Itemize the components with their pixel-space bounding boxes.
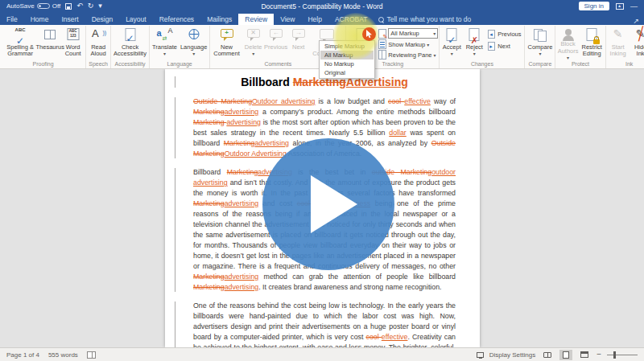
previous-button: ←Previous [265, 26, 287, 60]
next-button: →Next [287, 26, 310, 60]
proofing-status-icon[interactable] [87, 351, 96, 359]
next-change-button[interactable]: Next [485, 41, 523, 51]
zoom-slider[interactable] [607, 355, 638, 355]
tab-design[interactable]: Design [85, 14, 119, 25]
search-icon [378, 17, 384, 23]
group-label-ink: Ink [607, 60, 644, 68]
ribbon-group-protect: Block Authors▾Restrict EditingProtect [555, 26, 605, 68]
tab-home[interactable]: Home [24, 14, 56, 25]
paragraph: One of the reasons behind the cost being… [193, 301, 456, 347]
accept-icon: ✓ [442, 27, 461, 43]
undo-icon[interactable]: ↶ [76, 2, 83, 10]
print-layout-button[interactable] [559, 350, 572, 360]
autosave-label: AutoSave [6, 2, 35, 10]
deleted-text-run: Marketing [193, 273, 225, 281]
ribbon-group-compare: Compare▾Compare [525, 26, 555, 68]
web-layout-button[interactable] [578, 350, 591, 360]
zoom-slider-thumb[interactable] [613, 351, 616, 359]
minimize-button[interactable]: — [630, 2, 638, 10]
group-label-proofing: Proofing [2, 60, 85, 68]
tab-help[interactable]: Help [301, 14, 328, 25]
previous-icon [488, 30, 495, 39]
word-count-icon: ABC123 [64, 27, 83, 43]
display-settings-label[interactable]: Display Settings [489, 351, 535, 359]
previous-change-button[interactable]: Previous [485, 29, 523, 39]
spelling-grammar-button[interactable]: ABC✓Spelling & Grammar [2, 26, 39, 60]
inserted-text-run: advertising [225, 108, 259, 116]
sign-in-button[interactable]: Sign in [579, 2, 609, 10]
deleted-text-run: Marketing [193, 283, 225, 291]
video-play-button[interactable] [262, 138, 394, 270]
reject-button[interactable]: ✗Reject▾ [463, 26, 485, 60]
group-label-accessibility: Accessibility [112, 60, 148, 68]
thesaurus-icon [40, 27, 60, 43]
hide-ink-button[interactable]: ✎╱Hide Ink [630, 26, 644, 60]
redo-icon[interactable]: ↻ [88, 2, 94, 10]
check-accessibility-icon: ✓ [121, 27, 140, 43]
delete-button: ✕Delete▾ [242, 26, 265, 60]
new-comment-icon: + [217, 27, 237, 43]
menu-item-no-markup[interactable]: No Markup [320, 59, 374, 68]
deleted-text-run: cool [366, 333, 382, 341]
text-run: Billboard [193, 168, 227, 176]
inserted-text-run: dollar [389, 129, 407, 137]
reviewing-pane-button[interactable]: Reviewing Pane▾ [378, 50, 438, 59]
thesaurus-button[interactable]: Thesaurus [39, 26, 61, 60]
display-for-review-dropdown[interactable]: All Markup▾ [388, 28, 438, 39]
inserted-text-run: advertising [225, 199, 259, 207]
share-icon[interactable]: ↗ [633, 17, 639, 25]
new-comment-button[interactable]: +New Comment [211, 26, 242, 60]
restrict-editing-button[interactable]: Restrict Editing [580, 26, 605, 60]
save-icon[interactable] [65, 3, 72, 10]
page-indicator[interactable]: Page 1 of 4 [6, 351, 39, 359]
block-authors-button: Block Authors▾ [556, 26, 579, 60]
reject-icon: ✗ [464, 27, 484, 43]
show-markup-icon [378, 39, 386, 49]
check-accessibility-button[interactable]: ✓Check Accessibility [112, 26, 148, 60]
tab-references[interactable]: References [153, 14, 200, 25]
show-markup-button[interactable]: Show Markup▾ [378, 39, 438, 49]
deleted-text-run: Marketing [227, 168, 258, 176]
group-label-changes: Changes [440, 60, 523, 68]
tab-view[interactable]: View [274, 14, 301, 25]
translate-button[interactable]: aA⇄Translate▾ [151, 26, 179, 60]
group-label-language: Language [151, 60, 208, 68]
next-icon [488, 42, 495, 51]
word-count-indicator[interactable]: 555 words [48, 351, 78, 359]
block-authors-icon [559, 27, 578, 40]
compare-button[interactable]: Compare▾ [526, 26, 554, 60]
language-icon [184, 27, 204, 43]
menu-item-original[interactable]: Original [320, 68, 374, 77]
read-mode-button[interactable] [541, 350, 554, 360]
language-button[interactable]: Language▾ [179, 26, 208, 60]
hide-ink-icon: ✎╱ [631, 27, 644, 43]
tell-me-box[interactable]: Tell me what you want to do [374, 14, 476, 25]
next-icon: → [289, 27, 308, 43]
deleted-text-run: Marketing [224, 139, 255, 147]
deleted-text-run: Outside Marketing [193, 97, 252, 105]
read-aloud-button[interactable]: A))Read Aloud [87, 26, 109, 60]
inserted-text-run: Outdoor Advertising [225, 150, 287, 158]
ribbon-display-options-icon[interactable] [616, 3, 624, 10]
word-count-button[interactable]: ABC123Word Count [61, 26, 85, 60]
tab-mailings[interactable]: Mailings [200, 14, 238, 25]
inserted-text-run: Outdoor advertising [252, 97, 315, 105]
print-layout-icon [563, 351, 569, 359]
tab-review[interactable]: Review [238, 14, 274, 25]
play-icon [311, 175, 357, 233]
text-run: a company’s product. Among the entire me… [258, 108, 456, 116]
tab-layout[interactable]: Layout [119, 14, 153, 25]
zoom-out-button[interactable]: − [597, 351, 601, 359]
autosave-toggle-pill [37, 3, 50, 9]
ribbon-group-accessibility: ✓Check AccessibilityAccessibility [111, 26, 150, 68]
inserted-text-run: advertising [225, 283, 259, 291]
group-label-compare: Compare [526, 60, 554, 68]
display-settings-icon [477, 352, 484, 358]
web-layout-icon [580, 351, 588, 358]
autosave-toggle[interactable]: AutoSave Off [6, 2, 60, 10]
title-text: Billboard [241, 76, 293, 88]
tab-insert[interactable]: Insert [55, 14, 85, 25]
accept-button[interactable]: ✓Accept▾ [440, 26, 463, 60]
customize-qat-icon[interactable]: ▾ [98, 2, 102, 10]
tab-file[interactable]: File [0, 14, 24, 25]
